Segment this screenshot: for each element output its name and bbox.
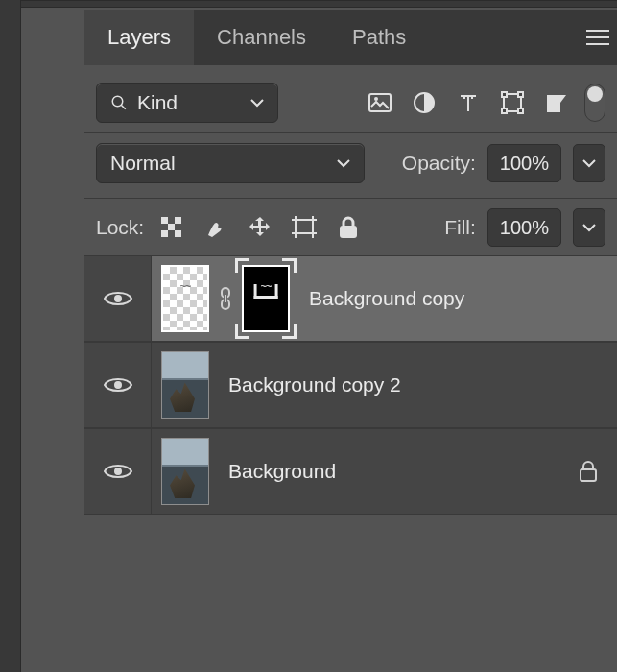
lock-pixels-icon[interactable] [200, 211, 232, 244]
layer-name[interactable]: Background copy [299, 287, 559, 310]
hamburger-icon [586, 30, 609, 45]
lock-all-icon[interactable] [332, 211, 365, 244]
filter-type-layers-icon[interactable] [452, 86, 485, 119]
dock-rail [0, 0, 21, 672]
fill-dropdown-button[interactable] [573, 208, 605, 247]
lock-row: Lock: Fill: 100% [84, 198, 617, 256]
svg-rect-9 [547, 95, 560, 112]
svg-point-0 [112, 96, 123, 107]
layer-row[interactable]: Background [84, 428, 617, 515]
chevron-down-icon [250, 98, 264, 108]
svg-rect-1 [369, 94, 391, 111]
fill-label: Fill: [444, 216, 476, 239]
filter-pixel-layers-icon[interactable] [364, 86, 396, 119]
panel-gutter [21, 8, 84, 65]
search-icon [110, 94, 128, 111]
chevron-down-icon [582, 158, 596, 168]
svg-rect-7 [502, 108, 507, 113]
layer-mask-thumbnail[interactable]: ~~ [242, 265, 290, 332]
layer-thumbnails [152, 438, 219, 505]
opacity-label: Opacity: [402, 152, 476, 175]
svg-rect-6 [518, 92, 523, 97]
blend-mode-value: Normal [110, 152, 176, 175]
layer-thumbnails: ~~ ~~ [152, 265, 299, 332]
layer-thumbnail[interactable]: ~~ [161, 265, 209, 332]
lock-label: Lock: [96, 216, 144, 239]
svg-rect-15 [175, 230, 181, 237]
svg-point-18 [114, 295, 122, 302]
panel-resize-strip[interactable] [21, 0, 617, 8]
filter-kind-label: Kind [137, 91, 178, 114]
blend-row: Normal Opacity: 100% [84, 132, 617, 193]
visibility-toggle[interactable] [84, 429, 152, 514]
svg-rect-11 [161, 217, 168, 224]
svg-rect-8 [518, 108, 523, 113]
panel-tabbar: Layers Channels Paths [84, 10, 617, 65]
filter-smart-objects-icon[interactable] [540, 86, 573, 119]
lock-icon [579, 461, 598, 482]
eye-icon [104, 289, 132, 308]
fill-value-input[interactable]: 100% [487, 208, 561, 247]
svg-rect-5 [502, 92, 507, 97]
svg-rect-24 [581, 469, 596, 481]
layer-thumbnails [152, 351, 219, 419]
layer-name[interactable]: Background [219, 460, 559, 483]
filter-kind-dropdown[interactable]: Kind [96, 83, 278, 123]
eye-icon [104, 375, 132, 395]
svg-rect-14 [161, 230, 168, 237]
tab-layers[interactable]: Layers [84, 10, 194, 65]
tab-channels[interactable]: Channels [194, 10, 329, 65]
filter-row: Kind [84, 65, 617, 132]
svg-rect-12 [168, 224, 175, 230]
layer-thumbnail[interactable] [161, 438, 209, 505]
panel: Layers Channels Paths [84, 10, 617, 65]
lock-transparency-icon[interactable] [155, 211, 188, 244]
layers-list: ~~ ~~ Background copy Background copy 2 [84, 255, 617, 515]
eye-icon [104, 462, 132, 481]
panel-menu-button[interactable] [579, 10, 617, 65]
layer-name[interactable]: Background copy 2 [219, 373, 559, 396]
lock-artboard-icon[interactable] [288, 211, 320, 244]
svg-point-22 [114, 381, 122, 389]
filter-adjustment-layers-icon[interactable] [408, 86, 440, 119]
filter-shape-layers-icon[interactable] [496, 86, 529, 119]
filter-toggle[interactable] [584, 84, 605, 122]
layers-panel-app: Layers Channels Paths Kind [0, 0, 617, 672]
visibility-toggle[interactable] [84, 256, 152, 341]
opacity-value-input[interactable]: 100% [487, 144, 561, 182]
lock-position-icon[interactable] [244, 211, 276, 244]
opacity-dropdown-button[interactable] [573, 144, 605, 182]
svg-point-23 [114, 468, 122, 475]
svg-rect-16 [296, 220, 313, 233]
tab-paths[interactable]: Paths [329, 10, 429, 65]
layer-lock-indicator[interactable] [559, 461, 617, 482]
mask-link-icon[interactable] [219, 287, 232, 310]
layer-thumbnail[interactable] [161, 351, 209, 419]
chevron-down-icon [337, 158, 350, 168]
svg-rect-13 [175, 217, 181, 224]
layer-row[interactable]: Background copy 2 [84, 342, 617, 428]
chevron-down-icon [582, 223, 596, 232]
blend-mode-dropdown[interactable]: Normal [96, 143, 365, 183]
visibility-toggle[interactable] [84, 343, 152, 427]
layer-row[interactable]: ~~ ~~ Background copy [84, 255, 617, 342]
svg-rect-17 [340, 226, 357, 238]
svg-point-2 [374, 97, 378, 101]
